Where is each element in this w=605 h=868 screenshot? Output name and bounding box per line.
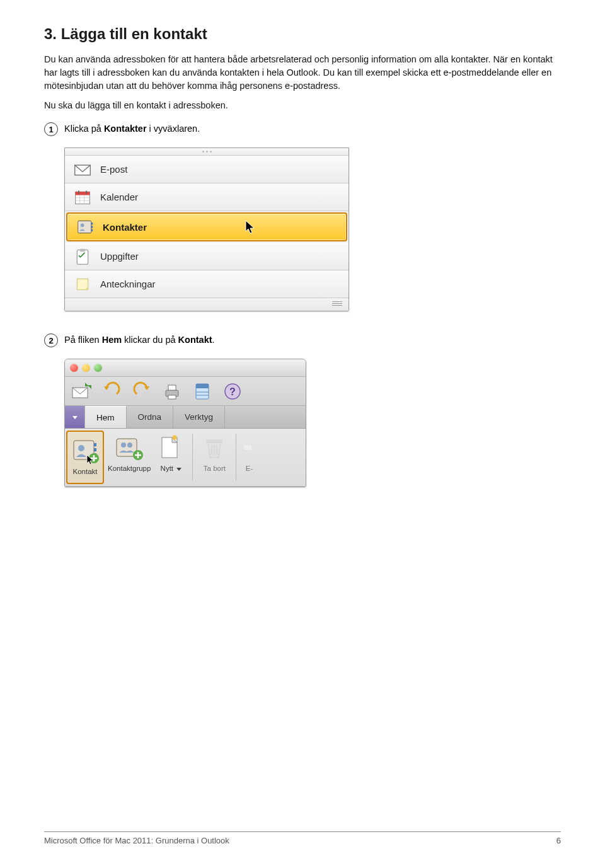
step-2-number: 2 xyxy=(44,333,58,347)
contact-new-icon xyxy=(70,436,100,466)
viewswitcher-label: Kalender xyxy=(100,192,138,202)
tab-ordna[interactable]: Ordna xyxy=(127,406,174,428)
nytt-button[interactable]: Nytt xyxy=(153,429,188,486)
tasks-icon xyxy=(74,248,91,265)
tab-collapse-toggle[interactable] xyxy=(65,406,85,428)
send-receive-button[interactable] xyxy=(70,380,93,403)
my-day-button[interactable] xyxy=(191,380,214,403)
viewswitcher-item-epost[interactable]: E-post xyxy=(65,156,349,183)
kontaktgrupp-button[interactable]: Kontaktgrupp xyxy=(105,429,153,486)
svg-point-37 xyxy=(127,443,132,448)
nytt-button-label: Nytt xyxy=(161,465,182,472)
svg-rect-29 xyxy=(94,448,96,451)
kontakt-button[interactable]: Kontakt xyxy=(66,431,104,484)
svg-rect-20 xyxy=(168,395,176,399)
viewswitcher-item-kontakter[interactable]: Kontakter xyxy=(66,212,347,241)
contacts-icon xyxy=(76,218,94,236)
mail-icon xyxy=(74,161,91,178)
window-titlebar xyxy=(65,359,306,377)
svg-rect-46 xyxy=(243,444,252,450)
chevron-down-icon xyxy=(176,468,182,471)
instruction-line: Nu ska du lägga till en kontakt i adress… xyxy=(44,100,561,110)
svg-rect-15 xyxy=(80,248,86,251)
step-1-text: Klicka på Kontakter i vyväxlaren. xyxy=(64,122,200,136)
svg-point-13 xyxy=(81,224,84,228)
tab-hem[interactable]: Hem xyxy=(85,406,127,428)
svg-point-36 xyxy=(121,443,126,448)
kontaktgrupp-button-label: Kontaktgrupp xyxy=(108,465,151,472)
svg-rect-14 xyxy=(77,250,88,264)
intro-paragraph: Du kan använda adressboken för att hante… xyxy=(44,53,561,93)
svg-point-31 xyxy=(78,445,84,451)
epost-button-partial[interactable]: E- xyxy=(240,429,256,486)
step-2: 2 På fliken Hem klickar du på Kontakt. xyxy=(44,333,561,347)
svg-rect-28 xyxy=(94,443,96,446)
minimize-window-button[interactable] xyxy=(82,364,90,372)
svg-rect-12 xyxy=(91,229,93,232)
quick-access-toolbar: ? xyxy=(65,377,306,406)
footer-title: Microsoft Office för Mac 2011: Grunderna… xyxy=(44,836,229,845)
svg-rect-10 xyxy=(91,223,93,225)
step-1: 1 Klicka på Kontakter i vyväxlaren. xyxy=(44,122,561,136)
page-number: 6 xyxy=(556,836,561,845)
kontakt-button-label: Kontakt xyxy=(73,468,98,475)
svg-rect-19 xyxy=(168,385,176,390)
viewswitcher-resize[interactable] xyxy=(65,298,349,311)
calendar-icon xyxy=(74,188,91,206)
viewswitcher-item-uppgifter[interactable]: Uppgifter xyxy=(65,243,349,270)
ribbon-tabs: Hem Ordna Verktyg xyxy=(65,406,306,429)
page-footer: Microsoft Office för Mac 2011: Grunderna… xyxy=(44,831,561,845)
viewswitcher-label: Uppgifter xyxy=(100,251,139,262)
notes-icon xyxy=(74,275,91,293)
print-button[interactable] xyxy=(161,380,183,403)
epost-button-label: E- xyxy=(246,465,253,472)
svg-rect-22 xyxy=(196,384,209,388)
viewswitcher-item-kalender[interactable]: Kalender xyxy=(65,183,349,211)
tab-verktyg[interactable]: Verktyg xyxy=(173,406,225,428)
svg-rect-9 xyxy=(78,221,91,233)
ribbon-screenshot: ? Hem Ordna Verktyg Kontakt Kontaktgrupp xyxy=(64,359,306,487)
panel-grabber[interactable] xyxy=(65,148,349,156)
viewswitcher-screenshot: E-post Kalender Kontakter Uppgifter Ante… xyxy=(64,148,349,311)
redo-button[interactable] xyxy=(130,380,153,403)
svg-rect-2 xyxy=(76,192,90,195)
section-heading: 3. Lägga till en kontakt xyxy=(44,25,561,43)
new-item-icon xyxy=(156,432,186,463)
zoom-window-button[interactable] xyxy=(94,364,102,372)
svg-rect-42 xyxy=(207,440,222,443)
close-window-button[interactable] xyxy=(70,364,78,372)
svg-rect-11 xyxy=(91,226,93,228)
viewswitcher-label: E-post xyxy=(100,164,127,175)
viewswitcher-label: Kontakter xyxy=(103,222,147,233)
tabort-button-label: Ta bort xyxy=(204,465,226,472)
ribbon-content: Kontakt Kontaktgrupp Nytt Ta bort xyxy=(65,429,306,487)
ribbon-separator xyxy=(192,434,193,481)
help-button[interactable]: ? xyxy=(221,380,244,403)
delete-icon xyxy=(199,432,229,463)
svg-text:?: ? xyxy=(229,386,236,397)
step-2-text: På fliken Hem klickar du på Kontakt. xyxy=(64,333,215,347)
step-1-number: 1 xyxy=(44,122,58,136)
cursor-icon xyxy=(86,454,95,467)
viewswitcher-label: Anteckningar xyxy=(100,279,156,289)
contact-group-icon xyxy=(114,432,144,463)
ribbon-separator xyxy=(236,434,236,481)
envelope-icon xyxy=(242,432,256,463)
tabort-button[interactable]: Ta bort xyxy=(197,429,232,486)
viewswitcher-item-anteckningar[interactable]: Anteckningar xyxy=(65,270,349,298)
undo-button[interactable] xyxy=(100,380,123,403)
